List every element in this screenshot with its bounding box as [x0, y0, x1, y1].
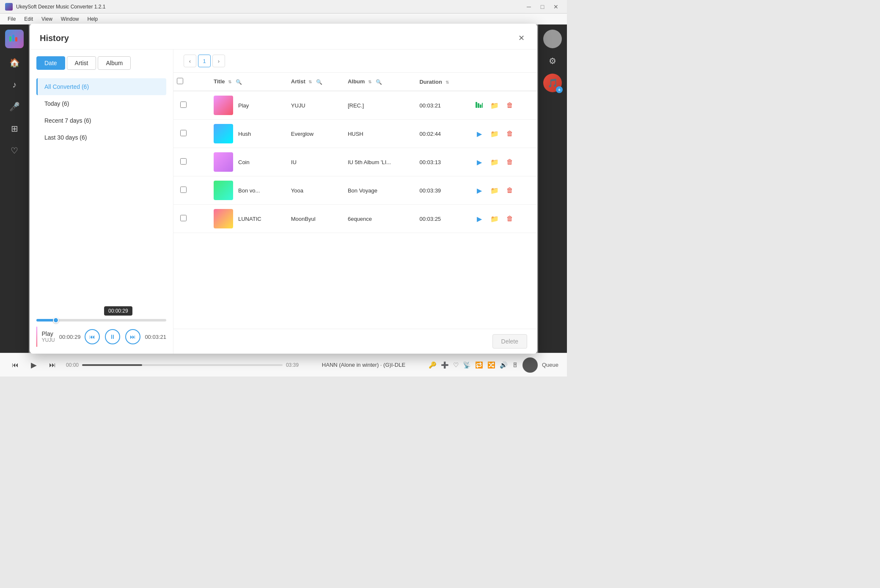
artist-search-icon[interactable]: 🔍: [316, 79, 322, 85]
svg-rect-2: [15, 37, 17, 41]
tab-album[interactable]: Album: [98, 56, 131, 70]
row-1-bars-icon[interactable]: [473, 99, 485, 111]
track-cell: Coin: [214, 152, 278, 172]
svg-rect-4: [478, 103, 479, 108]
tab-date[interactable]: Date: [36, 56, 65, 70]
menu-file[interactable]: File: [3, 15, 20, 23]
row-2-delete-icon[interactable]: 🗑: [504, 128, 516, 140]
title-search-icon[interactable]: 🔍: [236, 79, 242, 85]
footer-repeat-icon[interactable]: 🔁: [475, 361, 483, 369]
row-2-checkbox[interactable]: [180, 130, 187, 136]
row-4-delete-icon[interactable]: 🗑: [504, 184, 516, 196]
footer-progress-bar[interactable]: [82, 364, 283, 366]
footer-song-info: HANN (Alone in winter) · (G)I-DLE: [305, 362, 422, 368]
row-expand-cell: [193, 176, 207, 205]
menu-help[interactable]: Help: [83, 15, 102, 23]
row-2-folder-icon[interactable]: 📁: [489, 128, 500, 140]
progress-thumb[interactable]: [53, 317, 59, 323]
footer-eq-icon[interactable]: 🎚: [512, 361, 518, 368]
delete-button[interactable]: Delete: [492, 334, 527, 349]
row-5-album: 6equence: [341, 205, 413, 233]
row-1-delete-icon[interactable]: 🗑: [504, 99, 516, 111]
row-3-checkbox[interactable]: [180, 158, 187, 165]
row-1-duration: 00:03:21: [412, 91, 467, 120]
footer-volume-icon[interactable]: 🔊: [500, 361, 508, 369]
row-1-actions: 📁 🗑: [467, 91, 537, 120]
sidebar-music-icon[interactable]: ♪: [5, 75, 24, 94]
pagination-next[interactable]: ›: [212, 55, 225, 67]
footer-heart-icon[interactable]: ♡: [453, 361, 459, 369]
nav-list: All Converted (6) Today (6) Recent 7 day…: [36, 78, 166, 306]
row-4-title-cell: Bon vo...: [207, 176, 284, 205]
track-cell: Hush: [214, 124, 278, 143]
menu-edit[interactable]: Edit: [20, 15, 37, 23]
footer-prev-button[interactable]: ⏮: [8, 358, 22, 372]
pagination-page-1[interactable]: 1: [198, 55, 211, 67]
left-panel: Date Artist Album All Converted (6) Toda…: [30, 49, 173, 354]
now-playing-title: Play: [41, 330, 55, 337]
window-close-button[interactable]: ✕: [550, 3, 562, 11]
track-title: Hush: [238, 131, 251, 137]
settings-icon[interactable]: ⚙: [543, 52, 562, 70]
action-icons: ▶ 📁 🗑: [473, 184, 531, 196]
footer-cast-icon[interactable]: 📡: [463, 361, 471, 369]
select-all-checkbox[interactable]: [177, 78, 183, 84]
sidebar-heart-icon[interactable]: ♡: [5, 141, 24, 160]
tab-artist[interactable]: Artist: [67, 56, 96, 70]
row-1-album: [REC.]: [341, 91, 413, 120]
sidebar-grid-icon[interactable]: ⊞: [5, 119, 24, 138]
row-4-folder-icon[interactable]: 📁: [489, 184, 500, 196]
player-next-button[interactable]: ⏭: [125, 329, 140, 344]
track-cell: Bon vo...: [214, 181, 278, 200]
maximize-button[interactable]: □: [536, 3, 548, 11]
title-sort-icon[interactable]: ⇅: [228, 80, 231, 84]
duration-sort-icon[interactable]: ⇅: [446, 80, 449, 85]
row-1-folder-icon[interactable]: 📁: [489, 99, 500, 111]
menu-window[interactable]: Window: [57, 15, 83, 23]
row-1-checkbox[interactable]: [180, 102, 187, 108]
add-music-button[interactable]: 🎵 +: [543, 74, 562, 92]
nav-recent-7-days[interactable]: Recent 7 days (6): [36, 112, 166, 129]
user-avatar[interactable]: [543, 30, 562, 48]
row-5-delete-icon[interactable]: 🗑: [504, 213, 516, 225]
menu-bar: File Edit View Window Help: [0, 14, 567, 25]
table-row: Play YUJU [REC.] 00:03:21: [173, 91, 537, 120]
modal-close-button[interactable]: ✕: [515, 32, 527, 44]
menu-view[interactable]: View: [37, 15, 57, 23]
right-panel: ‹ 1 ›: [173, 49, 537, 354]
row-3-play-icon[interactable]: ▶: [473, 156, 485, 168]
row-4-checkbox[interactable]: [180, 187, 187, 193]
row-5-title-cell: LUNATIC: [207, 205, 284, 233]
row-5-duration: 00:03:25: [412, 205, 467, 233]
row-5-play-icon[interactable]: ▶: [473, 213, 485, 225]
footer-avatar[interactable]: [522, 357, 538, 373]
table-row: LUNATIC MoonByul 6equence 00:03:25: [173, 205, 537, 233]
nav-last-30-days[interactable]: Last 30 days (6): [36, 129, 166, 146]
pagination-prev[interactable]: ‹: [184, 55, 196, 67]
footer-next-button[interactable]: ⏭: [46, 358, 59, 372]
minimize-button[interactable]: ─: [523, 3, 535, 11]
artist-sort-icon[interactable]: ⇅: [308, 80, 312, 84]
footer-key-icon[interactable]: 🔑: [429, 361, 437, 369]
row-5-folder-icon[interactable]: 📁: [489, 213, 500, 225]
row-5-checkbox[interactable]: [180, 215, 187, 221]
nav-today[interactable]: Today (6): [36, 95, 166, 112]
nav-all-converted[interactable]: All Converted (6): [36, 78, 166, 95]
footer-add-icon[interactable]: ➕: [441, 361, 449, 369]
player-prev-button[interactable]: ⏮: [85, 329, 100, 344]
filter-tabs: Date Artist Album: [36, 56, 166, 70]
footer-shuffle-icon[interactable]: 🔀: [487, 361, 495, 369]
sidebar-mic-icon[interactable]: 🎤: [5, 97, 24, 116]
row-2-play-icon[interactable]: ▶: [473, 128, 485, 140]
footer-play-button[interactable]: ▶: [27, 358, 41, 372]
album-search-icon[interactable]: 🔍: [376, 79, 382, 85]
row-4-play-icon[interactable]: ▶: [473, 184, 485, 196]
row-3-delete-icon[interactable]: 🗑: [504, 156, 516, 168]
row-3-folder-icon[interactable]: 📁: [489, 156, 500, 168]
player-pause-button[interactable]: ⏸: [105, 329, 120, 344]
sidebar-home-icon[interactable]: 🏠: [5, 53, 24, 72]
footer-queue-label[interactable]: Queue: [542, 362, 558, 368]
footer-time-right: 03:39: [286, 362, 299, 368]
progress-bar[interactable]: [36, 319, 166, 321]
album-sort-icon[interactable]: ⇅: [368, 80, 371, 84]
